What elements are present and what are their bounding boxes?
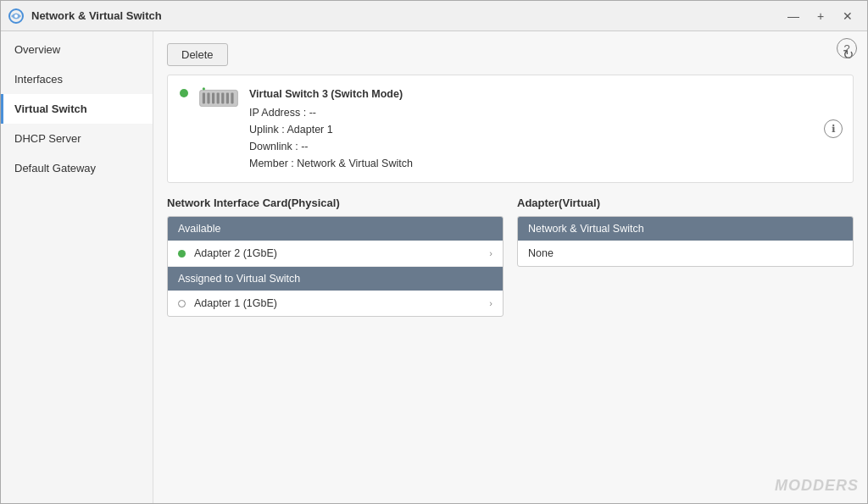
close-button[interactable]: ✕ — [835, 4, 860, 28]
window-controls: — + ✕ — [781, 4, 860, 28]
sidebar: Overview Interfaces Virtual Switch DHCP … — [1, 31, 153, 503]
nic-assigned-header: Assigned to Virtual Switch — [168, 267, 503, 291]
adapter1-status-dot — [178, 300, 186, 307]
nic-panel: Network Interface Card(Physical) Availab… — [167, 197, 504, 317]
watermark: MODDERS — [775, 477, 859, 495]
main-content: Overview Interfaces Virtual Switch DHCP … — [1, 31, 867, 503]
switch-title: Virtual Switch 3 (Switch Mode) — [249, 86, 841, 102]
nic-available-header: Available — [168, 217, 503, 241]
adapter2-label: Adapter 2 (1GbE) — [194, 247, 489, 259]
status-dot — [180, 89, 188, 97]
svg-rect-7 — [221, 93, 224, 104]
adapter-panel-header: Network & Virtual Switch — [518, 217, 853, 241]
adapter1-label: Adapter 1 (1GbE) — [194, 297, 489, 309]
content-area: ? Delete ↻ — [153, 31, 867, 503]
svg-rect-5 — [212, 93, 214, 104]
svg-rect-8 — [226, 93, 229, 104]
panels-row: Network Interface Card(Physical) Availab… — [167, 197, 854, 317]
sidebar-item-virtual-switch[interactable]: Virtual Switch — [1, 94, 153, 124]
toolbar: Delete ↻ — [167, 43, 854, 66]
adapter2-chevron-icon: › — [489, 248, 492, 258]
app-icon — [8, 8, 25, 25]
switch-member: Member : Network & Virtual Switch — [249, 155, 841, 172]
switch-card: Virtual Switch 3 (Switch Mode) IP Addres… — [167, 75, 854, 183]
svg-point-1 — [14, 14, 18, 18]
titlebar: Network & Virtual Switch — + ✕ — [1, 1, 867, 31]
switch-info: Virtual Switch 3 (Switch Mode) IP Addres… — [249, 86, 841, 172]
nic-panel-title: Network Interface Card(Physical) — [167, 197, 504, 209]
svg-rect-3 — [203, 93, 205, 104]
sidebar-item-interfaces[interactable]: Interfaces — [1, 64, 153, 94]
svg-rect-9 — [231, 93, 233, 104]
svg-rect-4 — [207, 93, 209, 104]
svg-rect-6 — [217, 93, 220, 104]
delete-button[interactable]: Delete — [167, 43, 228, 66]
switch-uplink: Uplink : Adapter 1 — [249, 121, 841, 138]
adapter1-chevron-icon: › — [489, 298, 492, 308]
help-button[interactable]: ? — [837, 38, 857, 58]
adapter-panel: Adapter(Virtual) Network & Virtual Switc… — [517, 197, 854, 317]
window-title: Network & Virtual Switch — [31, 9, 781, 22]
nic-item-adapter2[interactable]: Adapter 2 (1GbE) › — [168, 241, 503, 267]
nic-item-adapter1[interactable]: Adapter 1 (1GbE) › — [168, 291, 503, 316]
adapter2-status-dot — [178, 250, 186, 258]
switch-device-icon — [198, 86, 239, 114]
switch-ip: IP Address : -- — [249, 104, 841, 121]
maximize-button[interactable]: + — [808, 4, 833, 28]
sidebar-item-dhcp-server[interactable]: DHCP Server — [1, 124, 153, 153]
svg-point-10 — [203, 87, 205, 90]
sidebar-item-overview[interactable]: Overview — [1, 35, 153, 64]
switch-info-button[interactable]: ℹ — [824, 119, 843, 138]
minimize-button[interactable]: — — [781, 4, 806, 28]
main-window: Network & Virtual Switch — + ✕ Overview … — [0, 0, 868, 504]
adapter-panel-title: Adapter(Virtual) — [517, 197, 854, 209]
adapter-panel-box: Network & Virtual Switch None — [517, 216, 854, 267]
adapter-none-label: None — [518, 241, 853, 266]
sidebar-item-default-gateway[interactable]: Default Gateway — [1, 153, 153, 183]
switch-downlink: Downlink : -- — [249, 138, 841, 155]
nic-panel-box: Available Adapter 2 (1GbE) › Assigned to… — [167, 216, 504, 317]
